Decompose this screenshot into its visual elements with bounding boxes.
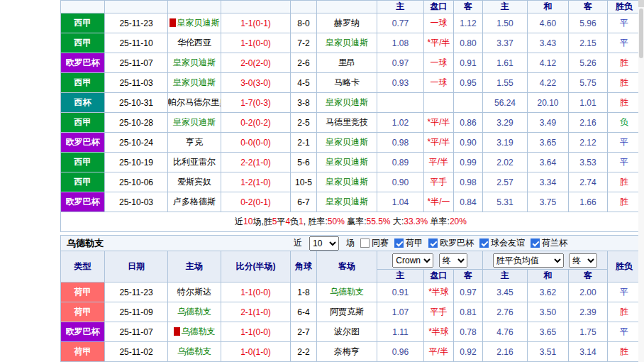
utrecht-section: 乌德勒支 近 10 场 同赛 荷甲 欧罗巴杯 球会友谊 荷兰杯 类型 日期 xyxy=(60,235,640,362)
home-team: 乌德勒支 xyxy=(168,302,221,322)
match-row: 西甲 25-10-06 爱斯宾奴 1-2(1-0) 10-5 皇家贝迪斯 0.9… xyxy=(61,172,641,192)
asian-home-odds: 0.97 xyxy=(377,53,424,73)
league-badge: 荷甲 xyxy=(61,283,105,302)
summary-segment: 1 xyxy=(299,216,304,226)
corner-header: 角球 xyxy=(291,251,317,283)
match-row: 西甲 25-11-23 皇家贝迪斯 1-1(0-1) 8-0 赫罗纳 0.77 … xyxy=(61,13,641,33)
checkbox-icon xyxy=(360,238,370,248)
match-score: 1-7(0-3) xyxy=(221,93,291,113)
match-history-page: 主 盘口 客 主 和 客 胜负 西甲 25-11-23 皇家贝迪斯 1-1(0-… xyxy=(0,0,644,362)
asian-home-odds: 0.77 xyxy=(377,13,424,33)
asian-handicap: 一球 xyxy=(424,13,454,33)
euro-draw-odds: 3.34 xyxy=(528,172,569,192)
corner-score: 2-1 xyxy=(291,133,317,153)
scroll-thumb[interactable] xyxy=(639,9,643,58)
euro-away-odds: 2.15 xyxy=(569,33,608,53)
corner-score: 3-8 xyxy=(291,93,317,113)
filter-europa-league[interactable]: 欧罗巴杯 xyxy=(428,237,474,249)
table-header-strip: 主 盘口 客 主 和 客 胜负 xyxy=(61,1,641,13)
euro-draw-header: 和 xyxy=(528,270,569,283)
summary-segment: 近 xyxy=(235,216,243,226)
asian-handicap: *平/半 xyxy=(424,133,454,153)
match-date: 25-10-28 xyxy=(105,113,168,133)
match-result: 胜 xyxy=(608,93,641,113)
corner-score: 8-0 xyxy=(291,13,317,33)
euro-away-odds: 2.00 xyxy=(569,283,608,302)
match-result: 平 xyxy=(608,153,641,172)
filter-eredivisie[interactable]: 荷甲 xyxy=(394,237,423,249)
summary-segment: 单率: xyxy=(428,216,450,226)
away-team: 皇家贝迪斯 xyxy=(317,93,377,113)
home-team-name: 乌德勒支 xyxy=(182,327,216,336)
match-date: 25-11-07 xyxy=(105,322,168,342)
asian-away-odds: 0.97 xyxy=(454,283,483,302)
match-date: 25-11-10 xyxy=(105,33,168,53)
league-badge: 西甲 xyxy=(61,73,105,93)
euro-away-odds: 5.96 xyxy=(569,13,608,33)
asian-odds-stage-select[interactable]: 终 xyxy=(439,253,467,268)
bookmaker-select[interactable]: Crown xyxy=(392,253,433,268)
result-header: 胜负 xyxy=(608,1,641,13)
vertical-scrollbar[interactable] xyxy=(638,0,644,362)
asian-handicap: *平/半 xyxy=(424,113,454,133)
asian-handicap: *平/半 xyxy=(424,33,454,53)
asian-home-odds: 0.93 xyxy=(377,73,424,93)
match-date: 25-11-23 xyxy=(105,13,168,33)
euro-metric-select[interactable]: 胜平负均值 xyxy=(493,253,564,268)
euro-home-odds: 1.50 xyxy=(483,13,528,33)
asian-away-odds: 0.95 xyxy=(454,73,483,93)
match-score: 1-1(0-0) xyxy=(221,322,291,342)
match-date: 25-11-02 xyxy=(105,342,168,362)
asian-away-odds: 0.78 xyxy=(454,322,483,342)
home-header: 主场 xyxy=(168,251,221,283)
euro-draw-odds: 3.65 xyxy=(528,322,569,342)
home-team: 皇家贝迪斯 xyxy=(168,113,221,133)
euro-away-odds: 5.26 xyxy=(569,53,608,73)
red-card-icon xyxy=(174,327,180,336)
match-result: 胜 xyxy=(608,192,641,212)
filter-label: 球会友谊 xyxy=(491,237,525,249)
match-score: 1-1(0-0) xyxy=(221,283,291,302)
away-team: 乌德勒支 xyxy=(317,283,377,302)
asian-away-odds: 0.91 xyxy=(454,53,483,73)
euro-away-header: 客 xyxy=(569,1,608,13)
filter-knvb-cup[interactable]: 荷兰杯 xyxy=(531,237,567,249)
filter-same-league[interactable]: 同赛 xyxy=(360,237,389,249)
match-row: 西甲 25-11-10 华伦西亚 1-1(0-0) 7-2 皇家贝迪斯 1.08… xyxy=(61,33,641,53)
away-team: 奈梅亨 xyxy=(317,342,377,362)
utrecht-matches-table: 类型 日期 主场 比分(半场) 角球 客场 Crown 终 胜平负均值 终 胜负… xyxy=(60,251,641,362)
header-cell xyxy=(61,1,105,13)
summary-segment: 55.5% xyxy=(367,216,391,226)
filter-club-friendly[interactable]: 球会友谊 xyxy=(479,237,525,249)
match-count-select[interactable]: 10 xyxy=(309,236,339,251)
euro-away-odds: 1.01 xyxy=(569,93,608,113)
euro-home-odds: 3.45 xyxy=(483,283,528,302)
scroll-up-button[interactable] xyxy=(638,0,644,7)
summary-segment: 平 xyxy=(277,216,285,226)
euro-draw-odds: 3.51 xyxy=(528,342,569,362)
euro-home-odds: 3.37 xyxy=(483,33,528,53)
euro-home-odds: 2.02 xyxy=(483,153,528,172)
team-section-header: 乌德勒支 近 10 场 同赛 荷甲 欧罗巴杯 球会友谊 荷兰杯 xyxy=(60,235,640,251)
match-result: 胜 xyxy=(608,342,641,362)
euro-home-odds: 2.76 xyxy=(483,302,528,322)
match-result: 负 xyxy=(608,113,641,133)
euro-draw-odds: 4.60 xyxy=(528,13,569,33)
corner-score: 6-7 xyxy=(291,192,317,212)
red-card-icon xyxy=(170,18,176,27)
asian-handicap: 平/半 xyxy=(424,342,454,362)
summary-segment: 赢率: xyxy=(345,216,367,226)
euro-home-odds: 56.24 xyxy=(483,93,528,113)
asian-home-odds: 1.04 xyxy=(377,192,424,212)
asian-home-odds: 1.07 xyxy=(377,302,424,322)
handicap-header: 盘口 xyxy=(424,270,454,283)
asian-away-odds: 0.98 xyxy=(454,172,483,192)
home-team: 皇家贝迪斯 xyxy=(168,53,221,73)
euro-away-odds: 2.39 xyxy=(569,302,608,322)
league-badge: 西甲 xyxy=(61,13,105,33)
league-badge: 西甲 xyxy=(61,33,105,53)
corner-score: 4-5 xyxy=(291,73,317,93)
home-team: 卢多格德斯 xyxy=(168,192,221,212)
asian-handicap: 平/半 xyxy=(424,153,454,172)
euro-odds-stage-select[interactable]: 终 xyxy=(569,253,597,268)
